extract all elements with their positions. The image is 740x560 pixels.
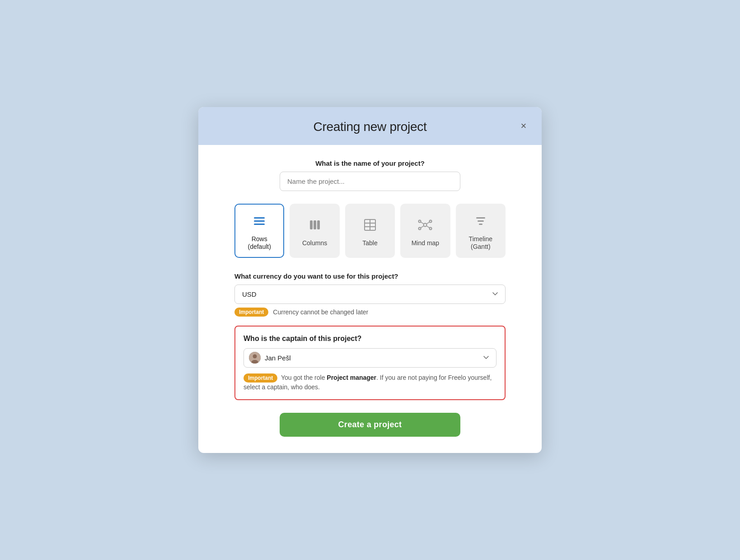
svg-line-18 xyxy=(427,226,430,228)
table-icon xyxy=(362,217,378,235)
view-card-columns[interactable]: Columns xyxy=(290,204,339,258)
captain-section-label: Who is the captain of this project? xyxy=(244,335,496,343)
columns-label: Columns xyxy=(302,239,327,247)
svg-point-14 xyxy=(430,227,432,229)
svg-rect-20 xyxy=(478,220,484,222)
currency-notice: Important Currency cannot be changed lat… xyxy=(234,308,506,317)
svg-point-12 xyxy=(419,227,421,229)
currency-section: What currency do you want to use for thi… xyxy=(234,272,506,317)
currency-notice-badge: Important xyxy=(234,308,268,317)
currency-select[interactable]: USD EUR GBP CZK xyxy=(234,285,506,304)
modal-body: What is the name of your project? Rows (… xyxy=(198,145,542,453)
timeline-icon xyxy=(473,213,489,231)
currency-notice-text: Currency cannot be changed later xyxy=(273,308,368,316)
svg-line-17 xyxy=(427,222,430,224)
svg-point-23 xyxy=(253,355,257,359)
svg-rect-1 xyxy=(254,220,265,222)
columns-icon xyxy=(307,217,323,235)
captain-section: Who is the captain of this project? Jan … xyxy=(234,326,506,400)
timeline-label: Timeline (Gantt) xyxy=(462,235,499,251)
svg-point-13 xyxy=(430,220,432,222)
svg-point-11 xyxy=(419,220,421,222)
captain-avatar xyxy=(249,352,261,364)
view-card-timeline[interactable]: Timeline (Gantt) xyxy=(456,204,506,258)
currency-section-label: What currency do you want to use for thi… xyxy=(234,272,506,280)
svg-line-16 xyxy=(421,226,424,228)
name-section-label: What is the name of your project? xyxy=(234,159,506,167)
mindmap-icon xyxy=(417,217,433,235)
create-project-button[interactable]: Create a project xyxy=(280,413,460,437)
svg-rect-21 xyxy=(479,224,482,225)
mindmap-label: Mind map xyxy=(412,239,439,247)
captain-notice: Important You got the role Project manag… xyxy=(244,373,496,392)
svg-rect-5 xyxy=(317,220,320,229)
captain-select-wrapper: Jan Pešl xyxy=(244,348,496,368)
create-project-modal: Creating new project × What is the name … xyxy=(198,107,542,453)
svg-rect-2 xyxy=(254,224,265,225)
captain-select[interactable]: Jan Pešl xyxy=(244,348,496,368)
view-types-group: Rows (default) Columns xyxy=(234,204,506,258)
modal-title: Creating new project xyxy=(314,120,427,134)
project-name-input[interactable] xyxy=(280,172,460,191)
close-button[interactable]: × xyxy=(516,119,531,133)
svg-line-15 xyxy=(421,222,424,224)
captain-notice-content: You got the role Project manager. If you… xyxy=(244,374,492,391)
svg-rect-0 xyxy=(254,217,265,219)
rows-label: Rows (default) xyxy=(241,235,278,251)
modal-header: Creating new project × xyxy=(198,107,542,145)
view-card-mindmap[interactable]: Mind map xyxy=(400,204,450,258)
table-label: Table xyxy=(362,239,377,247)
rows-icon xyxy=(251,213,267,231)
captain-notice-badge: Important xyxy=(244,373,277,383)
svg-point-10 xyxy=(424,223,427,226)
view-card-rows[interactable]: Rows (default) xyxy=(234,204,284,258)
view-card-table[interactable]: Table xyxy=(345,204,395,258)
svg-rect-19 xyxy=(476,217,485,219)
svg-rect-3 xyxy=(310,220,313,229)
svg-rect-4 xyxy=(314,220,316,229)
